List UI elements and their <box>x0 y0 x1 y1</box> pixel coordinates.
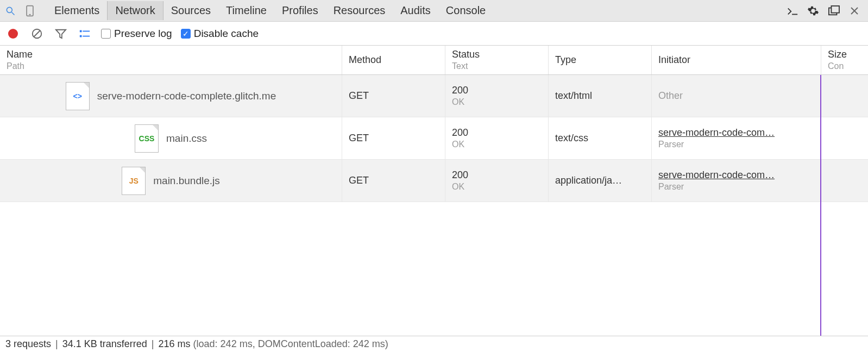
cell-type: application/ja… <box>549 160 652 202</box>
svg-line-10 <box>34 30 40 36</box>
status-requests: 3 requests <box>5 338 51 350</box>
view-options-icon[interactable] <box>77 26 92 41</box>
col-type[interactable]: Type <box>549 46 652 74</box>
svg-rect-12 <box>80 30 82 32</box>
request-name: serve-modern-code-complete.glitch.me <box>97 90 276 102</box>
request-name: main.css <box>166 133 207 144</box>
status-extra: (load: 242 ms, DOMContentLoaded: 242 ms) <box>193 338 388 350</box>
cell-type: text/html <box>549 75 652 117</box>
cell-method: GET <box>342 75 445 117</box>
svg-point-0 <box>7 7 12 12</box>
filter-icon[interactable] <box>53 26 68 41</box>
disable-cache-checkbox[interactable]: Disable cache <box>181 28 259 40</box>
devtools-tabbar: Elements Network Sources Timeline Profil… <box>0 0 868 22</box>
record-button[interactable] <box>5 26 21 41</box>
preserve-log-label: Preserve log <box>114 28 172 40</box>
cell-name: CSSmain.css <box>0 117 342 159</box>
cell-status: 200OK <box>445 117 549 159</box>
cell-initiator: serve-modern-code-com…Parser <box>652 117 821 159</box>
col-name[interactable]: Name Path <box>0 46 342 74</box>
cell-method: GET <box>342 160 445 202</box>
cell-type: text/css <box>549 117 652 159</box>
table-row[interactable]: <>serve-modern-code-complete.glitch.meGE… <box>0 75 868 117</box>
cell-initiator: Other <box>652 75 821 117</box>
col-status[interactable]: Status Text <box>445 46 549 74</box>
network-toolbar: Preserve log Disable cache <box>0 22 868 46</box>
cell-size <box>821 75 868 117</box>
css-file-icon: CSS <box>135 124 159 153</box>
svg-marker-11 <box>56 29 66 37</box>
panel-tabs: Elements Network Sources Timeline Profil… <box>47 1 493 20</box>
cell-method: GET <box>342 117 445 159</box>
table-header: Name Path Method Status Text Type Initia… <box>0 46 868 75</box>
svg-rect-13 <box>83 30 90 32</box>
dock-icon[interactable] <box>826 3 842 19</box>
table-row[interactable]: CSSmain.cssGET200OKtext/cssserve-modern-… <box>0 117 868 160</box>
cell-name: JSmain.bundle.js <box>0 160 342 202</box>
request-name: main.bundle.js <box>153 175 220 187</box>
tab-profiles[interactable]: Profiles <box>274 1 326 20</box>
tab-sources[interactable]: Sources <box>163 1 218 20</box>
tab-console[interactable]: Console <box>438 1 493 20</box>
settings-icon[interactable] <box>805 3 821 19</box>
svg-rect-15 <box>83 35 90 36</box>
network-table: Name Path Method Status Text Type Initia… <box>0 46 868 336</box>
col-method[interactable]: Method <box>342 46 445 74</box>
col-initiator[interactable]: Initiator <box>652 46 821 74</box>
svg-rect-14 <box>80 35 82 37</box>
cell-size <box>821 160 868 202</box>
tab-audits[interactable]: Audits <box>393 1 438 20</box>
status-bar: 3 requests | 34.1 KB transferred | 216 m… <box>0 336 868 352</box>
inspect-icon[interactable] <box>2 3 18 19</box>
js-file-icon: JS <box>122 167 146 195</box>
show-drawer-icon[interactable] <box>784 3 801 19</box>
preserve-log-checkbox[interactable]: Preserve log <box>101 28 172 40</box>
cell-status: 200OK <box>445 160 549 202</box>
cell-size <box>821 117 868 159</box>
tab-resources[interactable]: Resources <box>326 1 393 20</box>
table-body: <>serve-modern-code-complete.glitch.meGE… <box>0 75 868 336</box>
clear-icon[interactable] <box>29 26 45 41</box>
table-row[interactable]: JSmain.bundle.jsGET200OKapplication/ja…s… <box>0 160 868 202</box>
cell-status: 200OK <box>445 75 549 117</box>
close-icon[interactable] <box>846 3 863 19</box>
html-file-icon: <> <box>66 82 90 110</box>
col-size[interactable]: Size Con <box>821 46 868 74</box>
disable-cache-label: Disable cache <box>194 28 259 40</box>
device-icon[interactable] <box>22 3 38 19</box>
cell-name: <>serve-modern-code-complete.glitch.me <box>0 75 342 117</box>
tab-network[interactable]: Network <box>107 1 163 20</box>
status-time: 216 ms <box>159 338 191 350</box>
svg-rect-6 <box>831 5 839 12</box>
tab-elements[interactable]: Elements <box>47 1 107 20</box>
svg-line-1 <box>12 12 15 15</box>
tab-timeline[interactable]: Timeline <box>218 1 274 20</box>
cell-initiator: serve-modern-code-com…Parser <box>652 160 821 202</box>
status-transferred: 34.1 KB transferred <box>62 338 147 350</box>
